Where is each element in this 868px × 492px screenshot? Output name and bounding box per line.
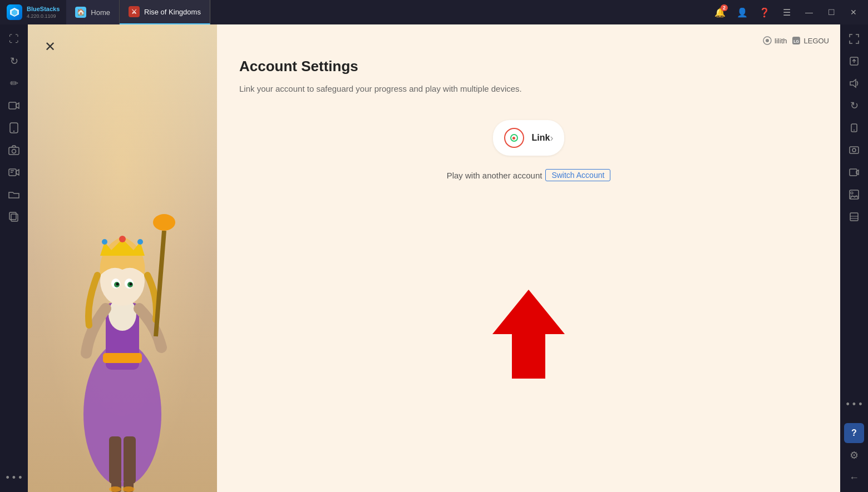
switch-account-button[interactable]: Switch Account [545,169,610,181]
home-tab-icon: 🏠 [75,7,86,18]
svg-point-21 [137,239,143,245]
gallery-icon[interactable] [844,185,864,205]
sidebar-copy-icon[interactable] [4,207,24,227]
bluestacks-version: 4.220.0.1109 [27,13,60,19]
switch-account-row: Play with another account Switch Account [239,169,818,181]
lilith-logo: lilith [762,36,787,46]
tab-home[interactable]: 🏠 Home [66,0,120,24]
close-settings-button[interactable]: ✕ [39,36,61,58]
svg-point-47 [852,148,856,152]
legou-label: LEGOU [803,37,829,45]
more-options-icon[interactable]: • • • [844,394,864,414]
link-label: Link [532,133,550,143]
account-settings-title: Account Settings [239,58,818,75]
legou-logo: LG LEGOU [791,36,829,46]
right-sidebar: ↻ • • • ? ⚙ ← [840,24,868,492]
svg-point-45 [854,130,855,131]
bluestacks-brand: BlueStacks 4.220.0.1109 [0,0,66,24]
link-button[interactable]: Link › [493,120,565,156]
link-icon-dot [512,137,515,140]
rotate2-icon[interactable]: ↻ [844,96,864,116]
sidebar-expand-icon[interactable]: ⛶ [4,29,24,49]
svg-line-22 [156,231,164,336]
account-settings-description: Link your account to safeguard your prog… [239,84,818,93]
svg-rect-17 [103,353,142,363]
bluestacks-text: BlueStacks 4.220.0.1109 [27,6,60,18]
help-sidebar-icon[interactable]: ? [844,423,864,443]
svg-marker-49 [856,170,859,175]
annotation-arrow [492,290,565,381]
svg-point-23 [153,214,175,231]
screenshot-icon[interactable] [844,140,864,160]
volume-icon[interactable] [844,73,864,93]
notification-badge: 2 [721,4,728,11]
sidebar-record-icon[interactable] [4,162,24,182]
titlebar-right: 🔔 2 👤 ❓ ☰ — ☐ ✕ [710,2,868,22]
svg-point-19 [102,239,107,245]
expand-view-icon[interactable] [844,29,864,49]
media-icon[interactable] [844,162,864,182]
switch-account-prefix: Play with another account [447,171,542,180]
svg-point-7 [12,150,16,153]
settings-sidebar-icon[interactable]: ⚙ [844,445,864,465]
close-window-button[interactable]: ✕ [844,2,864,22]
link-chevron-icon: › [550,132,553,144]
svg-rect-53 [850,213,858,221]
account-button[interactable]: 👤 [732,2,752,22]
svg-rect-48 [850,169,857,176]
sidebar-brush-icon[interactable]: ✏ [4,73,24,93]
svg-rect-13 [9,212,16,220]
menu-button[interactable]: ☰ [777,2,797,22]
lilith-label: lilith [775,37,787,45]
svg-text:LG: LG [794,39,800,43]
link-icon [504,128,524,148]
titlebar-left: BlueStacks 4.220.0.1109 🏠 Home ⚔ Rise of… [0,0,210,24]
svg-point-20 [119,236,126,242]
notification-button[interactable]: 🔔 2 [710,2,730,22]
maximize-button[interactable]: ☐ [821,2,841,22]
shake-icon[interactable] [844,118,864,138]
settings-overlay: ✕ [28,24,840,492]
svg-point-37 [766,39,769,42]
link-icon-inner [510,134,518,142]
fullscreen-icon[interactable] [844,51,864,71]
svg-marker-43 [850,79,856,87]
sidebar-rotate-icon[interactable]: ↻ [4,51,24,71]
game-tab-label: Rise of Kingdoms [144,8,201,16]
minimize-button[interactable]: — [799,2,819,22]
titlebar: BlueStacks 4.220.0.1109 🏠 Home ⚔ Rise of… [0,0,868,24]
svg-point-28 [116,283,119,286]
svg-rect-33 [124,436,136,484]
layers-icon[interactable] [844,207,864,227]
sidebar-more-icon[interactable]: • • • [4,468,24,488]
brand-logos: lilith LG LEGOU [762,36,829,46]
bluestacks-name: BlueStacks [27,6,60,13]
svg-rect-2 [9,102,16,109]
home-tab-label: Home [91,8,110,17]
svg-point-34 [109,486,121,492]
game-content: ✕ [28,24,840,492]
sidebar-video-icon[interactable] [4,96,24,116]
help-titlebar-button[interactable]: ❓ [754,2,775,22]
svg-marker-40 [492,290,565,379]
back-icon[interactable]: ← [844,468,864,488]
svg-rect-32 [109,436,121,484]
sidebar-camera-icon[interactable] [4,140,24,160]
svg-point-52 [851,192,853,194]
sidebar-phone-icon[interactable] [4,118,24,138]
content-panel: lilith LG LEGOU Account Settings Link yo… [217,24,840,492]
character-figure [45,92,200,492]
tab-game[interactable]: ⚔ Rise of Kingdoms [120,0,210,24]
character-panel: ✕ [28,24,217,492]
svg-point-29 [130,283,132,286]
svg-point-5 [13,131,14,132]
svg-rect-12 [11,214,18,221]
left-sidebar: ⛶ ↻ ✏ • • • [0,24,28,492]
sidebar-folder-icon[interactable] [4,185,24,205]
main-area: ⛶ ↻ ✏ • • • ✕ [0,24,868,492]
svg-rect-46 [850,147,859,153]
game-tab-icon: ⚔ [129,6,140,17]
bluestacks-logo [7,4,22,20]
svg-point-35 [122,486,135,492]
